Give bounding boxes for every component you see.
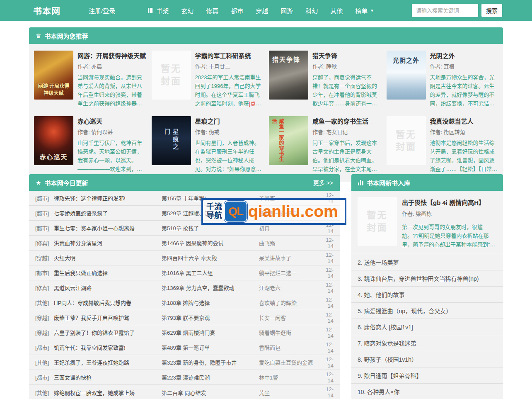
book-author: 作者: 睡秋 [312, 62, 381, 70]
row-category: [都市] [35, 209, 54, 217]
row-chapter[interactable]: 第489章 第一笔订单 [162, 343, 259, 351]
book-cover[interactable]: 星痕之门 [152, 116, 191, 165]
row-book-title[interactable]: 三面女谍的快枪 [54, 373, 162, 381]
book-cover[interactable]: 赤心巡天 [34, 116, 73, 165]
row-chapter[interactable]: 第1369章 势力真空，蠢蠢欲动 [162, 284, 259, 292]
nav-item-dushi[interactable]: 都市 [231, 6, 243, 15]
no-cover-text: 暂无封面 [160, 63, 182, 87]
row-book-title[interactable]: 重生七零：资本家小姐一心想离婚 [54, 224, 162, 232]
row-book-title[interactable]: 火红大明 [54, 254, 162, 262]
book-cover-placeholder[interactable]: 暂无封面 [358, 197, 397, 246]
recommend-book-card: 网游 开局获得神级天赋 网游：开局获得神级天赋 作者: 亦晨 当网游与现实融合。… [34, 51, 146, 108]
desc-text: 天地是万物众生的客舍，光阴是古往今来的过客。死生的差异，就好像梦与醒的不同，纷纭… [430, 74, 495, 108]
list-item[interactable]: 7. 暗恋对象竟是我迷弟 [351, 335, 503, 351]
login-register-link[interactable]: 注册/登录 [89, 6, 115, 15]
book-title[interactable]: 咸鱼一家的穿书生活 [312, 117, 381, 125]
row-chapter[interactable]: 第793章 朕不要京观 [162, 314, 259, 321]
row-chapter[interactable]: 第510章 抢钱了 [162, 224, 259, 232]
row-book-title[interactable]: 律政先锋：这个律师正的发邪! [54, 194, 162, 202]
row-chapter[interactable]: 第1466章 因果魔神的尝试 [162, 239, 259, 247]
row-date: 12-14 [322, 371, 334, 384]
nav-item-label: 其他 [330, 6, 343, 15]
book-title[interactable]: 学霸的军工科研系统 [195, 51, 264, 60]
book-title[interactable]: 我真没想当艺人 [430, 117, 498, 125]
list-item[interactable]: 8. 野孩子（校园1v1h） [351, 351, 503, 367]
row-book-title[interactable]: 废柴王爷？我反手开启召唤护驾 [54, 314, 162, 321]
row-author: 林中1瞥 [259, 373, 322, 381]
row-book-title[interactable]: 六皇子别装了！你的锦衣卫露馅了 [54, 328, 162, 336]
book-title[interactable]: 光阴之外 [430, 51, 498, 60]
row-book-title[interactable]: HP同人：穿成赫敏后我只想内卷 [54, 299, 162, 307]
book-author: 作者: 街区转角 [430, 128, 498, 136]
watermark-brand: 千流 导航 [206, 203, 222, 220]
nav-item-xiuzhen[interactable]: 修真 [206, 6, 218, 15]
book-cover-placeholder[interactable]: 暂无封面 [152, 51, 191, 100]
site-logo[interactable]: 书本网 [33, 4, 60, 17]
nav-item-kehuan[interactable]: 科幻 [305, 6, 318, 15]
book-cover[interactable]: 光阴之外 [387, 51, 426, 100]
row-book-title[interactable]: 王妃杀疯了，王爷连夜扛她跑路 [54, 358, 162, 366]
list-item[interactable]: 4. 她、他们的故事 [351, 286, 503, 302]
nav-item-label: 都市 [231, 6, 243, 15]
nav-item-bookshelf[interactable]: 书架 [148, 6, 169, 15]
nav-item-qita[interactable]: 其他 [330, 6, 343, 15]
book-title[interactable]: 赤心巡天 [77, 117, 146, 125]
more-link[interactable]: 更多 >> [313, 178, 333, 187]
book-description: 天地是万物众生的客舍，光阴是古往今来的过客。死生的差异，就好像梦与醒的不同，纷纭… [430, 73, 498, 108]
list-item[interactable]: 5. 病爱摇篮曲（np，现代，含父女） [351, 302, 503, 319]
list-item[interactable]: 10. 各种男人×你 [351, 383, 503, 399]
row-author: 江湖老六 [259, 284, 322, 292]
row-category: [穿越] [35, 328, 54, 336]
row-book-title[interactable]: 黑道风云江湖路 [54, 284, 162, 292]
row-author: 香酥面包 [259, 343, 322, 351]
list-item[interactable]: 2. 送他一场美梦 [351, 254, 503, 270]
row-book-title[interactable]: 重生后我只做正确选择 [54, 269, 162, 277]
row-book-title[interactable]: 嫁绝嗣权宦一胎双宝，她成掌上娇 [54, 389, 162, 397]
list-item[interactable]: 9. 煦日逢雨【姐弟骨科】 [351, 367, 503, 383]
book-title[interactable]: 猎天争锋 [312, 51, 381, 60]
watermark-overlay: 千流 导航 QL qianliu.com [201, 198, 346, 225]
book-cover[interactable]: 咸鱼一家的穿书生活 [269, 116, 308, 165]
search-input[interactable] [412, 4, 478, 17]
book-title[interactable]: 出于畏怯【gb 4i 剧情向高H】 [402, 198, 497, 207]
book-cover-placeholder[interactable]: 暂无封面 [387, 116, 426, 165]
desc-text: 山河千里写伏尸，乾坤百年描恶虎。天地至公如无情，我有赤心一颗，以巡天。—————… [77, 140, 142, 173]
book-title[interactable]: 星痕之门 [195, 117, 264, 125]
chevron-down-icon: ▾ [371, 8, 373, 13]
row-chapter[interactable]: 第1016章 黑工二人组 [162, 269, 259, 277]
row-category: [都市] [35, 373, 54, 381]
row-chapter[interactable]: 第四百四十六章 奉天殿 [162, 254, 259, 262]
watermark-brand-line2: 导航 [206, 212, 222, 220]
nav-item-chuanyue[interactable]: 穿越 [256, 6, 268, 15]
row-book-title[interactable]: 洪荒血神分身演星河 [54, 239, 162, 247]
row-chapter[interactable]: 第223章 混迹难民潮 [162, 373, 259, 381]
recommend-panel: ♛ 书本网为您推荐 网游 开局获得神级天赋 网游：开局获得神级天赋 作者: 亦晨… [29, 27, 503, 182]
row-book-title[interactable]: 七零娇娇靠蛇语杀疯了 [54, 209, 162, 217]
list-item[interactable]: 3. 跳诛仙台后，穿进兽世种田文当稀有神兽(np) [351, 270, 503, 286]
nav-item-bangdan[interactable]: 榜单 ▾ [355, 6, 373, 15]
book-cover[interactable]: 网游 开局获得神级天赋 [34, 51, 73, 100]
book-cover[interactable]: 猎天争锋 [269, 51, 308, 100]
row-category: [都市] [35, 343, 54, 351]
row-chapter[interactable]: 第二百章 同心结发 [162, 389, 259, 397]
updates-header: ★ 书本网今日更新 更多 >> [29, 174, 340, 191]
row-book-title[interactable]: 饥荒年代：我靠空间发家致富! [54, 343, 162, 351]
list-item[interactable]: 6. 庸俗恋人 [校园1v1] [351, 319, 503, 335]
row-date: 12-14 [322, 326, 334, 339]
book-description: 山河千里写伏尸，乾坤百年描恶虎。天地至公如无情，我有赤心一颗，以巡天。—————… [77, 139, 146, 173]
row-category: [其他] [35, 358, 54, 366]
watermark-logo: QL [224, 201, 247, 222]
row-date: 12-14 [322, 356, 334, 369]
search-button[interactable]: 搜索 [481, 4, 502, 17]
book-title[interactable]: 网游：开局获得神级天赋 [77, 51, 146, 60]
book-description: 第一次见到哥哥的女朋友时，很尴尬。??明明是她只穿着内衣裤站在那里，简予淳的心却… [402, 223, 497, 249]
row-author: 艽尘 [259, 389, 322, 397]
row-chapter[interactable]: 第188章 摊牌与选择 [162, 299, 259, 307]
nav-item-wangyou[interactable]: 网游 [281, 6, 293, 15]
row-chapter[interactable]: 第629章 烟雨楼鸿门宴 [162, 328, 259, 336]
cover-title-text: 咸鱼一家的穿书生活 [271, 119, 285, 163]
row-chapter[interactable]: 第323章 新的身份，隐匿于市井 [162, 358, 259, 366]
desc-text: 世间有星门，入者皆成神。在监狱已服刑三年半的任也，突然被一位神秘人接见。对方说：… [195, 140, 261, 173]
row-author: 曲飞殇 [259, 239, 322, 247]
nav-item-xuanhuan[interactable]: 玄幻 [181, 6, 193, 15]
